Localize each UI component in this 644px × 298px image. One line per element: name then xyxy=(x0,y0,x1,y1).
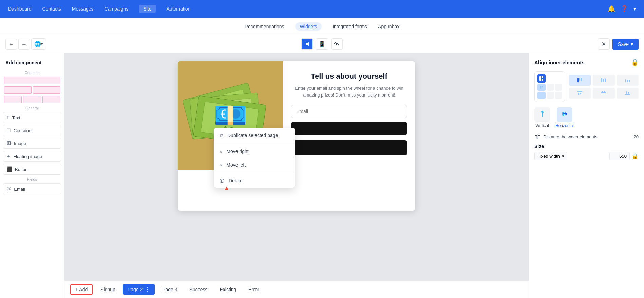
mobile-view-button[interactable]: 📱 xyxy=(316,38,328,50)
subnav-recommendations[interactable]: Recommendations xyxy=(245,22,284,31)
horizontal-arrow-svg xyxy=(561,110,568,118)
toolbar-left: ← → 🌐 ▾ xyxy=(5,38,46,50)
align-opt-5[interactable] xyxy=(593,88,614,99)
widget-right: Tell us about yourself Enter your email … xyxy=(283,61,415,211)
align-cell-4[interactable] xyxy=(537,92,546,99)
fields-section-label: Fields xyxy=(3,177,61,181)
context-move-right[interactable]: » Move right xyxy=(214,144,295,158)
align-opt-icon-1 xyxy=(577,77,583,83)
align-cell-6[interactable] xyxy=(555,92,562,99)
button-icon: ⬛ xyxy=(6,166,12,172)
width-lock-icon[interactable]: 🔒 xyxy=(632,153,639,159)
add-page-button[interactable]: + Add xyxy=(70,284,93,295)
tab-page3[interactable]: Page 3 xyxy=(157,285,182,294)
lock-icon[interactable]: 🔒 xyxy=(631,58,639,66)
svg-text:EURO: EURO xyxy=(218,116,227,121)
align-cell[interactable] xyxy=(537,84,546,91)
component-image[interactable]: 🖼 Image xyxy=(3,138,61,149)
column-3col[interactable] xyxy=(3,96,61,103)
distance-label-container: Distance between elements xyxy=(534,134,598,140)
svg-rect-28 xyxy=(578,93,579,95)
save-label: Save xyxy=(618,41,629,47)
nav-campaigns[interactable]: Campaigns xyxy=(105,6,129,12)
align-opt-2[interactable] xyxy=(593,75,614,86)
align-opt-3[interactable] xyxy=(617,75,639,86)
tab-page2-label: Page 2 xyxy=(128,287,143,292)
tab-signup[interactable]: Signup xyxy=(96,285,120,294)
component-floating-image[interactable]: ✦ Floating image xyxy=(3,151,61,162)
align-cell-2[interactable] xyxy=(547,84,554,91)
nav-messages[interactable]: Messages xyxy=(72,6,94,12)
context-move-right-label: Move right xyxy=(226,148,248,154)
component-text[interactable]: T Text xyxy=(3,112,61,123)
align-cell-5[interactable] xyxy=(547,92,554,99)
svg-rect-21 xyxy=(601,78,602,82)
context-move-left[interactable]: « Move left xyxy=(214,158,295,172)
tab-existing[interactable]: Existing xyxy=(215,285,241,294)
align-opt-icon-5 xyxy=(601,90,607,96)
column-2col[interactable] xyxy=(3,86,61,94)
subnav-widgets[interactable]: Widgets xyxy=(295,22,322,31)
fixed-width-dropdown-icon: ▾ xyxy=(562,154,564,159)
context-divider-2 xyxy=(214,173,295,173)
align-horizontal[interactable]: Horizontal xyxy=(555,107,574,128)
redo-button[interactable]: → xyxy=(18,39,30,50)
widget-email-input[interactable] xyxy=(291,105,407,118)
save-button[interactable]: Save ▾ xyxy=(612,39,639,50)
width-input-group: 🔒 xyxy=(609,152,639,160)
svg-rect-31 xyxy=(602,91,603,92)
align-active-cell[interactable] xyxy=(537,74,546,83)
duplicate-icon: ⧉ xyxy=(220,132,223,138)
align-opt-1[interactable] xyxy=(569,75,591,86)
component-container[interactable]: ☐ Container xyxy=(3,125,61,136)
component-text-label: Text xyxy=(12,115,20,120)
nav-site[interactable]: Site xyxy=(139,5,155,13)
tab-error[interactable]: Error xyxy=(244,285,264,294)
col-block-3 xyxy=(42,96,60,103)
toolbar: ← → 🌐 ▾ 🖥 📱 👁 ✕ Save ▾ xyxy=(0,35,644,53)
user-dropdown[interactable]: ▾ xyxy=(633,6,636,12)
align-opt-4[interactable] xyxy=(569,88,591,99)
width-input[interactable] xyxy=(609,152,630,160)
component-button[interactable]: ⬛ Button xyxy=(3,164,61,175)
fixed-width-select[interactable]: Fixed width ▾ xyxy=(534,152,567,160)
notification-btn[interactable]: 🔔 xyxy=(608,5,615,13)
svg-rect-26 xyxy=(629,80,630,82)
col-block-right xyxy=(33,86,60,94)
language-button[interactable]: 🌐 ▾ xyxy=(31,38,46,50)
help-btn[interactable]: ❓ xyxy=(621,5,628,13)
tab-page2[interactable]: Page 2 ⋮ xyxy=(123,284,155,295)
column-1col[interactable] xyxy=(3,77,61,84)
subnav-integrated-forms[interactable]: Integrated forms xyxy=(333,22,367,31)
text-icon: T xyxy=(6,115,10,120)
widget-title: Tell us about yourself xyxy=(291,72,407,81)
email-icon: @ xyxy=(6,186,11,192)
align-opt-icon-6 xyxy=(625,90,631,96)
nav-dashboard[interactable]: Dashboard xyxy=(8,6,32,12)
tab-success[interactable]: Success xyxy=(185,285,212,294)
svg-rect-19 xyxy=(579,78,580,81)
context-delete[interactable]: 🗑 Delete ▲ xyxy=(214,174,295,188)
rp-title: Align inner elements xyxy=(534,59,585,65)
align-opt-6[interactable] xyxy=(617,88,639,99)
undo-button[interactable]: ← xyxy=(5,39,17,50)
align-vertical[interactable]: Vertical xyxy=(534,107,550,128)
svg-rect-14 xyxy=(542,76,543,78)
widget-submit-button[interactable] xyxy=(291,140,407,155)
align-cell-3[interactable] xyxy=(555,84,562,91)
close-button[interactable]: ✕ xyxy=(598,38,610,50)
dropdown-arrow-icon: ▾ xyxy=(633,6,636,12)
subnav-app-inbox[interactable]: App Inbox xyxy=(378,22,399,31)
preview-button[interactable]: 👁 xyxy=(331,38,343,50)
tab-page2-dots[interactable]: ⋮ xyxy=(145,286,150,293)
nav-contacts[interactable]: Contacts xyxy=(42,6,61,12)
svg-rect-30 xyxy=(601,92,606,93)
desktop-view-button[interactable]: 🖥 xyxy=(301,38,313,50)
move-left-icon: « xyxy=(220,162,222,168)
nav-automation[interactable]: Automation xyxy=(167,6,191,12)
component-email[interactable]: @ Email xyxy=(3,183,61,194)
move-right-icon: » xyxy=(220,148,222,154)
context-duplicate[interactable]: ⧉ Duplicate selected page xyxy=(214,128,295,142)
align-row-3 xyxy=(537,92,562,99)
size-title: Size xyxy=(534,144,639,149)
